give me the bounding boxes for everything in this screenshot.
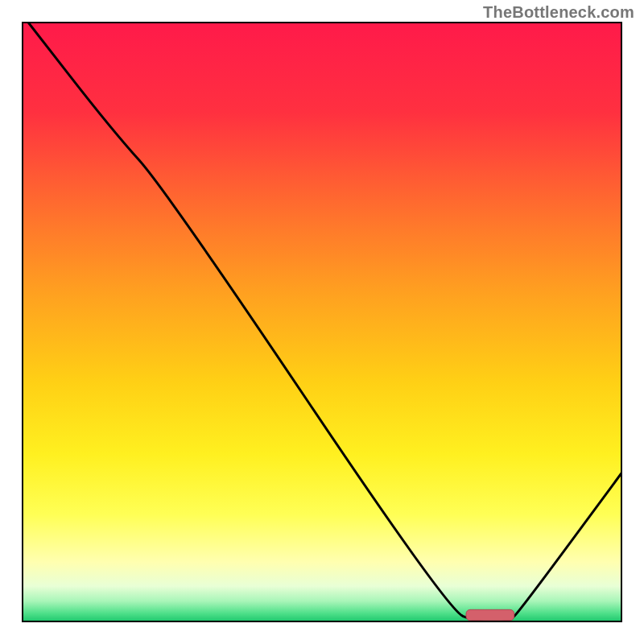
optimal-marker	[466, 609, 514, 620]
gradient-background	[22, 22, 622, 622]
watermark-text: TheBottleneck.com	[483, 3, 634, 22]
bottleneck-chart	[22, 22, 622, 622]
